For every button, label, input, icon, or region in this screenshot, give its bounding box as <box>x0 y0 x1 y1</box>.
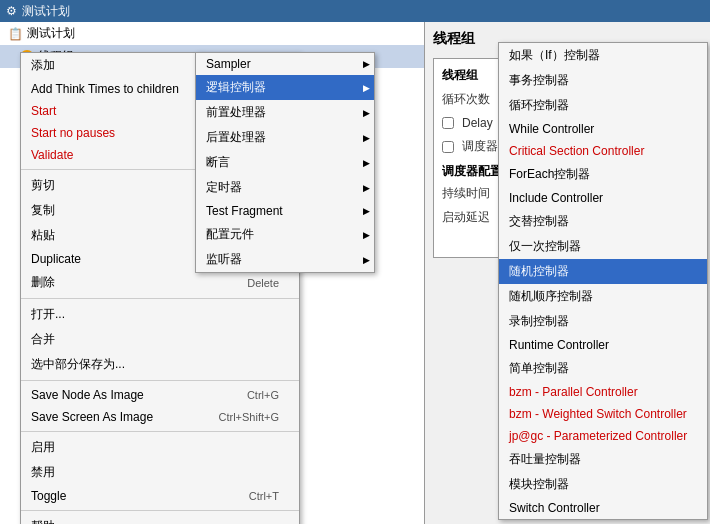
menu-item-duplicate-label: Duplicate <box>31 252 81 266</box>
ctrl-simple-label: 简单控制器 <box>509 360 569 377</box>
menu-item-disable-label: 禁用 <box>31 464 55 481</box>
menu-item-enable[interactable]: 启用 <box>21 435 299 460</box>
ctrl-criticalsection[interactable]: Critical Section Controller <box>499 140 707 162</box>
tree-node-testplan[interactable]: 📋 测试计划 <box>0 22 424 45</box>
menu-item-enable-label: 启用 <box>31 439 55 456</box>
ctrl-bzmparallel[interactable]: bzm - Parallel Controller <box>499 381 707 403</box>
sep3 <box>21 380 299 381</box>
ctrl-transaction-label: 事务控制器 <box>509 72 569 89</box>
menu-item-help[interactable]: 帮助 <box>21 514 299 524</box>
ctrl-recording[interactable]: 录制控制器 <box>499 309 707 334</box>
menu-item-startnopause-label: Start no pauses <box>31 126 115 140</box>
ctrl-bzmweighted-label: bzm - Weighted Switch Controller <box>509 407 687 421</box>
submenu-item-configelement[interactable]: 配置元件 <box>196 222 374 247</box>
menu-item-toggle[interactable]: Toggle Ctrl+T <box>21 485 299 507</box>
ctrl-recording-label: 录制控制器 <box>509 313 569 330</box>
submenu-item-sampler[interactable]: Sampler <box>196 53 374 75</box>
submenu-item-testfragment[interactable]: Test Fragment <box>196 200 374 222</box>
menu-item-open[interactable]: 打开... <box>21 302 299 327</box>
ctrl-if[interactable]: 如果（If）控制器 <box>499 43 707 68</box>
submenu-assertion-label: 断言 <box>206 154 230 171</box>
ctrl-modular-label: 模块控制器 <box>509 476 569 493</box>
ctrl-loop[interactable]: 循环控制器 <box>499 93 707 118</box>
delay-label: Delay <box>462 116 493 130</box>
submenu-listener-label: 监听器 <box>206 251 242 268</box>
test-plan-label: 测试计划 <box>22 3 70 20</box>
toggle-shortcut: Ctrl+T <box>249 490 279 502</box>
ctrl-random[interactable]: 随机控制器 <box>499 259 707 284</box>
submenu-postprocessor-label: 后置处理器 <box>206 129 266 146</box>
sep2 <box>21 298 299 299</box>
ctrl-randomorder[interactable]: 随机顺序控制器 <box>499 284 707 309</box>
menu-item-savepartial[interactable]: 选中部分保存为... <box>21 352 299 377</box>
menu-item-open-label: 打开... <box>31 306 65 323</box>
ctrl-include[interactable]: Include Controller <box>499 187 707 209</box>
submenu-timer-label: 定时器 <box>206 179 242 196</box>
menu-item-copy-label: 复制 <box>31 202 55 219</box>
menu-item-savescreenasimage-label: Save Screen As Image <box>31 410 153 424</box>
savescreenasimage-shortcut: Ctrl+Shift+G <box>218 411 279 423</box>
ctrl-while-label: While Controller <box>509 122 594 136</box>
section-label: 线程组 <box>442 67 478 84</box>
scheduler-checkbox[interactable] <box>442 141 454 153</box>
ctrl-runtime-label: Runtime Controller <box>509 338 609 352</box>
loop-label: 循环次数 <box>442 91 490 108</box>
ctrl-while[interactable]: While Controller <box>499 118 707 140</box>
submenu-item-listener[interactable]: 监听器 <box>196 247 374 272</box>
delete-shortcut: Delete <box>247 277 279 289</box>
submenu-preprocessor-label: 前置处理器 <box>206 104 266 121</box>
content-area: 📋 测试计划 ⚙ 线程组 线程组 线程组 循环次数 De <box>0 22 710 524</box>
add-submenu[interactable]: Sampler 逻辑控制器 前置处理器 后置处理器 断言 定时器 <box>195 52 375 273</box>
menu-item-cut-label: 剪切 <box>31 177 55 194</box>
ctrl-modular[interactable]: 模块控制器 <box>499 472 707 497</box>
menu-item-disable[interactable]: 禁用 <box>21 460 299 485</box>
menu-item-start-label: Start <box>31 104 56 118</box>
menu-item-savenodeasimage[interactable]: Save Node As Image Ctrl+G <box>21 384 299 406</box>
ctrl-switchctrl[interactable]: Switch Controller <box>499 497 707 519</box>
ctrl-jpgcparam[interactable]: jp@gc - Parameterized Controller <box>499 425 707 447</box>
menu-item-paste-label: 粘贴 <box>31 227 55 244</box>
ctrl-throughput[interactable]: 吞吐量控制器 <box>499 447 707 472</box>
menu-item-savepartial-label: 选中部分保存为... <box>31 356 125 373</box>
scheduler-label: 调度器 <box>462 138 498 155</box>
ctrl-bzmweighted[interactable]: bzm - Weighted Switch Controller <box>499 403 707 425</box>
ctrl-foreach[interactable]: ForEach控制器 <box>499 162 707 187</box>
submenu-item-timer[interactable]: 定时器 <box>196 175 374 200</box>
menu-item-addthinktimes-label: Add Think Times to children <box>31 82 179 96</box>
submenu-item-preprocessor[interactable]: 前置处理器 <box>196 100 374 125</box>
title-bar: ⚙ 测试计划 <box>0 0 710 22</box>
menu-item-savenodeasimage-label: Save Node As Image <box>31 388 144 402</box>
menu-item-validate-label: Validate <box>31 148 73 162</box>
submenu-sampler-label: Sampler <box>206 57 251 71</box>
menu-item-toggle-label: Toggle <box>31 489 66 503</box>
ctrl-simple[interactable]: 简单控制器 <box>499 356 707 381</box>
ctrl-onceonly[interactable]: 仅一次控制器 <box>499 234 707 259</box>
ctrl-throughput-label: 吞吐量控制器 <box>509 451 581 468</box>
menu-item-savescreenasimage[interactable]: Save Screen As Image Ctrl+Shift+G <box>21 406 299 428</box>
menu-item-delete[interactable]: 删除 Delete <box>21 270 299 295</box>
logic-controller-submenu[interactable]: 如果（If）控制器 事务控制器 循环控制器 While Controller C… <box>498 42 708 520</box>
testplan-icon: 📋 <box>8 27 23 41</box>
submenu-testfragment-label: Test Fragment <box>206 204 283 218</box>
ctrl-switch[interactable]: 交替控制器 <box>499 209 707 234</box>
ctrl-runtime[interactable]: Runtime Controller <box>499 334 707 356</box>
ctrl-jpgcparam-label: jp@gc - Parameterized Controller <box>509 429 687 443</box>
ctrl-transaction[interactable]: 事务控制器 <box>499 68 707 93</box>
menu-item-help-label: 帮助 <box>31 518 55 524</box>
menu-item-merge[interactable]: 合并 <box>21 327 299 352</box>
ctrl-criticalsection-label: Critical Section Controller <box>509 144 644 158</box>
ctrl-include-label: Include Controller <box>509 191 603 205</box>
startdelay-label: 启动延迟 <box>442 209 490 226</box>
menu-item-merge-label: 合并 <box>31 331 55 348</box>
testplan-label: 测试计划 <box>27 25 75 42</box>
menu-item-add-label: 添加 <box>31 57 55 74</box>
submenu-item-assertion[interactable]: 断言 <box>196 150 374 175</box>
sep4 <box>21 431 299 432</box>
ctrl-bzmparallel-label: bzm - Parallel Controller <box>509 385 638 399</box>
submenu-item-postprocessor[interactable]: 后置处理器 <box>196 125 374 150</box>
ctrl-randomorder-label: 随机顺序控制器 <box>509 288 593 305</box>
delay-checkbox[interactable] <box>442 117 454 129</box>
main-window: ⚙ 测试计划 📋 测试计划 ⚙ 线程组 线程组 线程组 循环次数 <box>0 0 710 524</box>
submenu-logiccontroller-label: 逻辑控制器 <box>206 79 266 96</box>
submenu-item-logiccontroller[interactable]: 逻辑控制器 <box>196 75 374 100</box>
